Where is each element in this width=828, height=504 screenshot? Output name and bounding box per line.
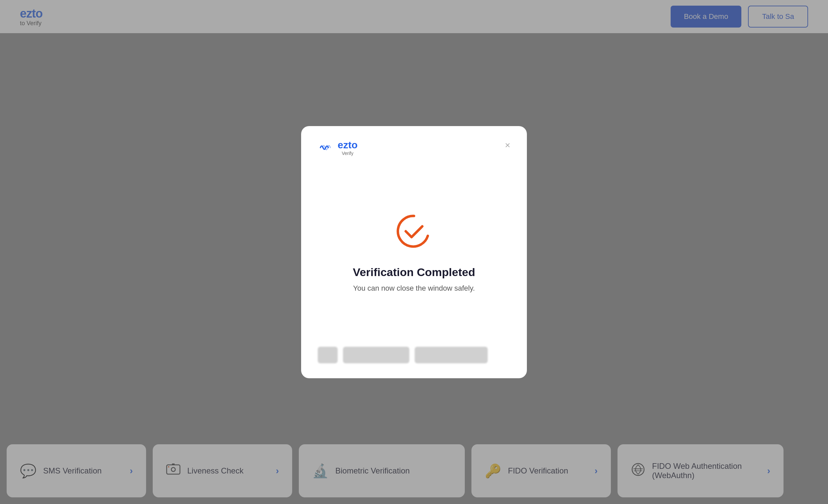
- modal-close-button[interactable]: ×: [505, 141, 510, 150]
- footer-block-2: [343, 347, 409, 363]
- modal-logo: ezto Verify: [318, 139, 358, 156]
- modal-title: Verification Completed: [353, 266, 475, 279]
- modal-logo-main: ezto: [338, 139, 358, 151]
- modal-header: ezto Verify ×: [318, 139, 510, 156]
- footer-block-1: [318, 347, 338, 363]
- ezto-logo-icon: [318, 139, 334, 156]
- modal-body: Verification Completed You can now close…: [318, 163, 510, 335]
- modal-logo-sub: Verify: [338, 151, 358, 156]
- modal-logo-text: ezto Verify: [338, 139, 358, 156]
- background-page: ezto to Verify Book a Demo Talk to Sa 💬 …: [0, 0, 828, 504]
- verification-modal: ezto Verify ×: [301, 126, 527, 378]
- check-icon-container: [394, 211, 434, 253]
- modal-subtitle: You can now close the window safely.: [353, 284, 475, 293]
- verification-check-icon: [394, 211, 434, 251]
- modal-footer: [318, 335, 510, 362]
- footer-block-3: [415, 347, 488, 363]
- modal-overlay: ezto Verify ×: [0, 0, 828, 504]
